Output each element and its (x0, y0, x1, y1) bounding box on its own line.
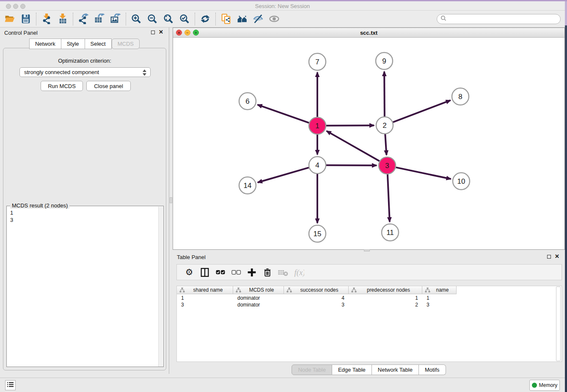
edge-2-3[interactable] (385, 134, 386, 155)
tab-network[interactable]: Network (29, 39, 61, 49)
cell-name[interactable]: 3 (422, 301, 457, 308)
mcds-result-scrollbar[interactable] (158, 207, 163, 367)
node-label-7: 7 (315, 58, 319, 66)
zoom-fit-icon[interactable] (160, 12, 176, 26)
float-panel-icon[interactable] (151, 30, 155, 34)
main-toolbar (0, 11, 565, 28)
split-columns-icon[interactable] (197, 266, 212, 279)
toolbar-separator (73, 13, 73, 25)
toolbar-separator (195, 13, 195, 25)
tab-style[interactable]: Style (61, 39, 85, 49)
table-scrollbar[interactable] (556, 287, 561, 361)
app-titlebar: Session: New Session (0, 1, 565, 11)
network-graph-canvas[interactable]: 7968124314101511 (173, 38, 564, 249)
column-header-shared-name[interactable]: shared name (177, 286, 233, 294)
edge-1-6[interactable] (258, 105, 309, 123)
toolbar-separator (215, 13, 216, 25)
cell-successor-nodes[interactable]: 3 (284, 301, 349, 308)
control-panel-titlebar: Control Panel ✕ (0, 28, 169, 38)
hide-items-icon[interactable] (250, 12, 266, 26)
import-network-icon[interactable] (39, 12, 55, 26)
edge-3-1[interactable] (327, 131, 380, 161)
criterion-value: strongly connected component (24, 69, 99, 75)
memory-label: Memory (539, 382, 557, 388)
close-panel-icon[interactable]: ✕ (159, 29, 163, 35)
edge-1-2[interactable] (326, 125, 374, 126)
memory-button[interactable]: Memory (529, 380, 560, 391)
cell-shared-name[interactable]: 1 (177, 295, 233, 301)
cell-predecessor-nodes[interactable]: 2 (349, 301, 422, 308)
column-header-predecessor-nodes[interactable]: predecessor nodes (349, 286, 422, 294)
export-image-icon[interactable] (107, 12, 124, 26)
node-label-14: 14 (244, 182, 252, 190)
svg-text:⚙: ⚙ (185, 267, 193, 277)
mcds-result-title: MCDS result (2 nodes) (10, 202, 69, 209)
table-row[interactable]: 1dominator411 (177, 295, 465, 301)
settings-icon[interactable]: ⚙ (181, 266, 197, 279)
table-panel-title: Table Panel (177, 254, 206, 260)
refresh-icon[interactable] (197, 12, 213, 26)
node-label-8: 8 (458, 93, 462, 101)
edge-4-14[interactable] (258, 168, 309, 182)
node-label-10: 10 (457, 177, 465, 185)
export-network-icon[interactable] (75, 12, 91, 26)
criterion-dropdown[interactable]: strongly connected component (19, 67, 151, 77)
home-icon[interactable] (234, 12, 250, 26)
cell-MCDS-role[interactable]: dominator (233, 301, 284, 308)
cell-MCDS-role[interactable]: dominator (233, 295, 284, 301)
node-label-9: 9 (382, 57, 386, 65)
delete-column-icon[interactable] (259, 266, 275, 279)
add-column-icon[interactable] (244, 266, 259, 279)
clone-network-icon[interactable] (218, 12, 234, 26)
node-label-4: 4 (315, 161, 319, 169)
search-box[interactable] (437, 14, 561, 24)
close-panel-button[interactable]: Close panel (86, 81, 131, 91)
search-icon (440, 15, 446, 23)
table-toolbar: ⚙f(x) (176, 264, 562, 280)
run-mcds-button[interactable]: Run MCDS (41, 81, 83, 91)
tab-select[interactable]: Select (85, 39, 112, 49)
memory-status-icon (532, 383, 537, 388)
export-table-icon[interactable] (91, 12, 107, 26)
node-label-2: 2 (383, 121, 386, 130)
open-session-icon[interactable] (2, 12, 18, 26)
select-all-columns-icon[interactable] (212, 266, 228, 279)
save-session-icon[interactable] (18, 12, 34, 26)
table-panel-titlebar: Table Panel ✕ (173, 252, 565, 262)
cell-name[interactable]: 1 (422, 295, 457, 301)
node-table[interactable]: shared nameMCDS rolesuccessor nodesprede… (176, 286, 562, 362)
zoom-selected-icon[interactable] (176, 12, 193, 26)
desktop-background (565, 0, 567, 392)
optimization-criterion-label: Optimization criterion: (3, 58, 166, 64)
close-table-panel-icon[interactable]: ✕ (555, 253, 559, 259)
table-row[interactable]: 3dominator323 (177, 301, 465, 308)
search-input[interactable] (446, 16, 560, 22)
tab-edge-table[interactable]: Edge Table (332, 364, 372, 375)
panel-divider-handle[interactable] (170, 197, 172, 203)
column-header-name[interactable]: name (422, 286, 457, 294)
cell-successor-nodes[interactable]: 4 (284, 295, 349, 301)
tab-node-table[interactable]: Node Table (292, 364, 332, 375)
zoom-in-icon[interactable] (128, 12, 144, 26)
cell-predecessor-nodes[interactable]: 1 (349, 295, 422, 301)
edge-2-9[interactable] (384, 72, 385, 116)
float-table-panel-icon[interactable] (547, 255, 551, 259)
zoom-out-icon[interactable] (144, 12, 160, 26)
tab-network-table[interactable]: Network Table (372, 364, 419, 375)
column-header-MCDS-role[interactable]: MCDS role (233, 286, 284, 294)
cell-shared-name[interactable]: 3 (177, 301, 233, 308)
panel-divider-handle[interactable] (364, 249, 370, 251)
tab-mcds[interactable]: MCDS (112, 39, 140, 49)
node-label-6: 6 (245, 97, 249, 105)
tab-motifs[interactable]: Motifs (419, 364, 446, 375)
edge-4-3[interactable] (326, 165, 377, 166)
edge-2-8[interactable] (393, 100, 451, 122)
toolbar-separator (126, 13, 126, 25)
import-table-icon[interactable] (55, 12, 71, 26)
edge-3-11[interactable] (388, 174, 390, 222)
task-history-button[interactable] (5, 380, 16, 390)
column-header-successor-nodes[interactable]: successor nodes (284, 286, 349, 294)
edge-3-10[interactable] (396, 167, 451, 179)
show-items-icon[interactable] (266, 12, 282, 26)
deselect-all-columns-icon[interactable] (228, 266, 244, 279)
